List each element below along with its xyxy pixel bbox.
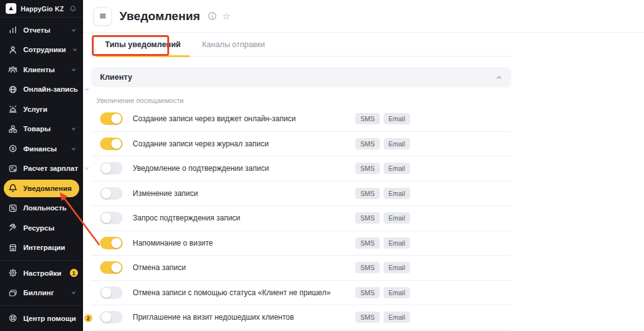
hamburger-menu-button[interactable] — [93, 7, 112, 26]
toggle-switch[interactable] — [100, 138, 123, 150]
sidebar-item-reports[interactable]: Отчеты — [0, 20, 83, 40]
chevron-down-icon — [84, 165, 90, 171]
tab-sending-channels[interactable]: Каналы отправки — [191, 33, 275, 56]
email-badge: Email — [384, 212, 410, 224]
sidebar-item-employees[interactable]: Сотрудники — [0, 40, 83, 60]
sidebar-divider — [0, 305, 83, 306]
notifications-bell-icon[interactable] — [69, 5, 77, 13]
toggle-switch[interactable] — [100, 112, 123, 125]
email-badge: Email — [384, 138, 410, 149]
sidebar-item-payroll[interactable]: Расчет зарплат — [0, 159, 83, 179]
page-header: Уведомления ☆ — [83, 0, 644, 33]
tab-notification-types[interactable]: Типы уведомлений — [94, 33, 191, 56]
toggle-knob — [101, 312, 111, 322]
toggle-knob — [101, 188, 111, 198]
email-badge: Email — [384, 163, 410, 174]
sidebar-item-label: Интеграции — [23, 244, 65, 251]
sidebar-item-label: Лояльность — [23, 204, 67, 212]
toggle-knob — [111, 139, 121, 149]
sidebar-item-finances[interactable]: $ Финансы — [0, 139, 83, 159]
toggle-switch[interactable] — [100, 261, 123, 274]
toggle-knob — [101, 213, 111, 223]
svg-text:$: $ — [11, 146, 14, 151]
toggle-knob — [101, 288, 111, 298]
notification-label: Напоминание о визите — [133, 239, 213, 247]
chevron-up-icon[interactable] — [496, 74, 502, 81]
sidebar-item-billing[interactable]: Биллинг — [0, 283, 83, 303]
sidebar-item-label: Настройки — [23, 269, 62, 277]
sidebar-item-label: Онлайн-запись — [23, 85, 78, 93]
sidebar-item-label: Услуги — [23, 106, 47, 113]
sidebar-item-clients[interactable]: Клиенты — [0, 60, 83, 80]
app-logo — [6, 3, 16, 14]
brand-name: HappyGio KZ — [21, 5, 64, 13]
payroll-card-icon — [8, 164, 18, 173]
notification-row: Изменение записи SMSEmail — [91, 182, 511, 207]
notification-row: Отмена записи с помощью статуса «Клиент … — [91, 281, 511, 306]
billing-cards-icon — [8, 288, 18, 298]
subsection-title: Увеличение посещаемости — [96, 97, 511, 104]
sidebar-item-settings[interactable]: Настройки 1 — [0, 263, 83, 283]
email-badge: Email — [384, 188, 410, 199]
notification-row: Запрос подтверждения записи SMSEmail — [91, 206, 511, 231]
gear-icon — [8, 268, 18, 278]
toggle-switch[interactable] — [100, 311, 123, 323]
brand-row: HappyGio KZ — [0, 0, 83, 18]
sidebar-item-integrations[interactable]: Интеграции — [0, 238, 83, 258]
sms-badge: SMS — [355, 262, 380, 273]
tabs-bar: Типы уведомлений Каналы отправки — [83, 33, 644, 57]
sidebar-item-label: Центр помощи — [23, 315, 76, 322]
page-title: Уведомления — [119, 9, 200, 23]
sms-badge: SMS — [355, 312, 380, 323]
sidebar-item-label: Товары — [23, 125, 50, 133]
toggle-switch[interactable] — [100, 237, 123, 249]
sms-badge: SMS — [355, 237, 380, 249]
section-client[interactable]: Клиенту — [91, 67, 511, 87]
sms-badge: SMS — [355, 188, 380, 199]
sidebar: HappyGio KZ Отчеты Сотрудники Клиенты Он… — [0, 0, 83, 331]
email-badge: Email — [384, 262, 410, 273]
sidebar-item-label: Клиенты — [23, 66, 55, 73]
chevron-down-icon — [84, 86, 90, 92]
star-icon[interactable]: ☆ — [222, 11, 230, 21]
notification-row: Напоминание о визите SMSEmail — [91, 231, 511, 256]
sidebar-item-label: Финансы — [23, 145, 57, 153]
sms-badge: SMS — [355, 287, 380, 298]
sidebar-item-online-booking[interactable]: Онлайн-запись — [0, 80, 83, 100]
toggle-knob — [111, 114, 121, 124]
sidebar-item-loyalty[interactable]: Лояльность — [0, 198, 83, 219]
notification-row: Создание записи через журнал записи SMSE… — [91, 132, 511, 157]
sidebar-item-label: Отчеты — [23, 26, 50, 34]
info-icon[interactable] — [208, 11, 217, 21]
toggle-switch[interactable] — [100, 187, 123, 200]
sidebar-item-notifications[interactable]: Уведомления — [4, 180, 79, 197]
sidebar-item-services[interactable]: Услуги — [0, 99, 83, 119]
percent-icon — [8, 203, 18, 213]
notification-label: Создание записи через журнал записи — [133, 139, 269, 148]
chevron-down-icon — [70, 27, 77, 33]
toggle-switch[interactable] — [100, 212, 123, 224]
sidebar-item-label: Уведомления — [23, 185, 72, 192]
notification-row: Приглашение на визит недошедших клиентов… — [91, 305, 511, 330]
chevron-down-icon — [70, 67, 77, 73]
notification-label: Отмена записи — [133, 263, 186, 272]
toggle-knob — [111, 263, 121, 273]
service-bell-icon — [8, 104, 18, 114]
chevron-down-icon — [72, 46, 78, 53]
sidebar-item-goods[interactable]: Товары — [0, 119, 83, 139]
notification-row: Создание записи через виджет онлайн-запи… — [91, 107, 511, 132]
toggle-switch[interactable] — [100, 286, 123, 299]
sidebar-item-resources[interactable]: Ресурсы — [0, 218, 83, 238]
notification-label: Уведомление о подтверждении записи — [133, 164, 269, 173]
sidebar-divider — [0, 260, 83, 261]
notification-label: Создание записи через виджет онлайн-запи… — [133, 114, 296, 123]
globe-icon — [8, 85, 18, 94]
bell-icon — [8, 183, 18, 193]
sms-badge: SMS — [355, 212, 380, 224]
sidebar-item-label: Сотрудники — [23, 46, 66, 53]
storefront-icon — [8, 243, 18, 252]
notification-label: Отмена записи с помощью статуса «Клиент … — [133, 288, 331, 297]
notification-row: Отмена записи SMSEmail — [91, 256, 511, 281]
sidebar-item-help-center[interactable]: Центр помощи 2 — [0, 308, 83, 328]
toggle-switch[interactable] — [100, 162, 123, 175]
